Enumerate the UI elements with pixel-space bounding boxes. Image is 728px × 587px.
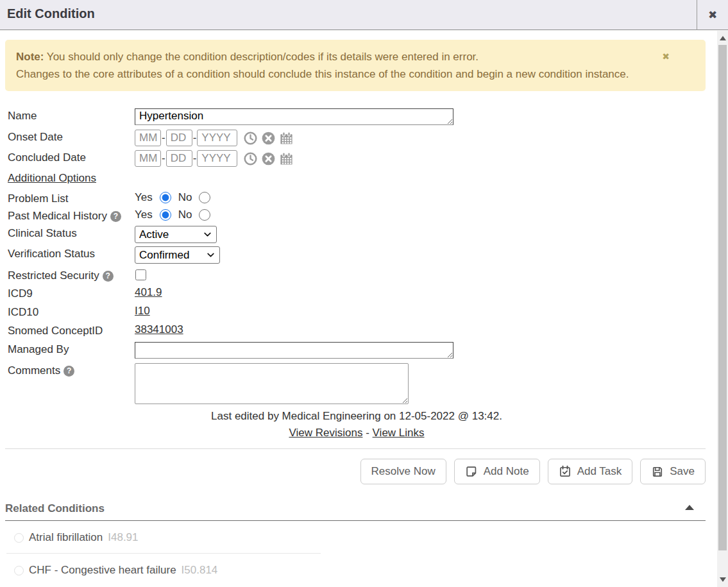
date-separator: - xyxy=(193,132,197,144)
collapse-caret-icon[interactable] xyxy=(685,505,694,510)
footer-divider xyxy=(5,448,706,449)
onset-month-input[interactable] xyxy=(135,130,161,146)
problem-list-label: Problem List xyxy=(8,191,135,205)
vertical-scrollbar[interactable] xyxy=(717,31,728,587)
help-icon[interactable]: ? xyxy=(103,271,114,282)
verification-status-row: Verification Status Confirmed xyxy=(8,246,706,264)
name-input[interactable]: Hypertension xyxy=(135,108,453,125)
concluded-date-label: Concluded Date xyxy=(8,150,135,164)
icd9-label: ICD9 xyxy=(8,286,135,300)
condition-name: CHF - Congestive heart failure xyxy=(29,564,176,577)
related-conditions-title: Related Conditions xyxy=(5,502,105,515)
concluded-year-input[interactable] xyxy=(197,150,237,167)
problem-list-row: Problem List Yes No xyxy=(8,191,706,205)
clinical-status-select[interactable]: Active xyxy=(135,226,217,243)
onset-day-input[interactable] xyxy=(166,130,192,146)
save-button[interactable]: Save xyxy=(640,459,706,484)
scroll-down-icon[interactable] xyxy=(717,574,728,585)
restricted-security-label: Restricted Security xyxy=(8,269,99,282)
past-medical-history-label: Past Medical History xyxy=(8,210,107,223)
help-icon[interactable]: ? xyxy=(110,211,121,222)
concluded-date-row: Concluded Date - - xyxy=(8,150,706,167)
managed-by-input[interactable] xyxy=(135,342,453,359)
save-icon xyxy=(651,465,664,478)
note-label: Note: xyxy=(16,51,44,63)
related-condition-item[interactable]: Atrial fibrillation I48.91 xyxy=(5,521,706,553)
managed-by-label: Managed By xyxy=(8,342,135,356)
icd9-row: ICD9 401.9 xyxy=(8,286,706,300)
verification-status-label: Verification Status xyxy=(8,246,135,260)
clock-icon[interactable] xyxy=(243,151,258,166)
note-dismiss-icon[interactable]: ✖ xyxy=(662,48,670,65)
link-separator: - xyxy=(366,427,369,439)
pmh-yes-radio[interactable] xyxy=(160,209,171,221)
condition-code: I48.91 xyxy=(108,531,138,544)
concluded-month-input[interactable] xyxy=(135,150,161,167)
restricted-security-checkbox[interactable] xyxy=(135,269,146,280)
calendar-check-icon xyxy=(559,465,571,478)
icd10-code-link[interactable]: I10 xyxy=(135,305,150,318)
add-task-label: Add Task xyxy=(577,465,622,478)
note-icon xyxy=(465,465,478,478)
problem-list-yes-label: Yes xyxy=(135,191,153,204)
add-note-button[interactable]: Add Note xyxy=(454,459,540,484)
note-line1: You should only change the condition des… xyxy=(44,51,478,63)
problem-list-no-radio[interactable] xyxy=(199,192,210,203)
pmh-yes-label: Yes xyxy=(135,208,153,221)
snomed-code-link[interactable]: 38341003 xyxy=(135,323,183,336)
last-edited-text: Last edited by Medical Engineering on 12… xyxy=(8,410,706,423)
past-medical-history-row: Past Medical History ? Yes No xyxy=(8,208,706,223)
verification-status-select[interactable]: Confirmed xyxy=(135,246,220,264)
concluded-day-input[interactable] xyxy=(166,150,192,167)
condition-radio-icon[interactable] xyxy=(14,566,24,575)
add-task-button[interactable]: Add Task xyxy=(548,459,633,484)
comments-label: Comments xyxy=(8,364,60,377)
scroll-up-icon[interactable] xyxy=(717,33,728,44)
managed-by-row: Managed By xyxy=(8,342,706,359)
comments-row: Comments ? xyxy=(8,363,706,404)
warning-note: Note: You should only change the conditi… xyxy=(5,40,706,91)
icd10-label: ICD10 xyxy=(8,305,135,319)
action-button-row: Resolve Now Add Note Add Task Save xyxy=(0,459,706,484)
snomed-row: Snomed ConceptID 38341003 xyxy=(8,323,706,337)
calendar-icon[interactable] xyxy=(279,151,294,166)
clock-icon[interactable] xyxy=(243,131,258,146)
scrollbar-thumb[interactable] xyxy=(718,45,727,550)
condition-radio-icon[interactable] xyxy=(14,533,24,543)
note-line2: Changes to the core attributes of a cond… xyxy=(16,68,629,80)
view-links-link[interactable]: View Links xyxy=(373,427,425,439)
restricted-security-row: Restricted Security ? xyxy=(8,268,706,282)
additional-options-row: Additional Options xyxy=(8,172,706,185)
view-revisions-link[interactable]: View Revisions xyxy=(289,427,362,439)
clinical-status-label: Clinical Status xyxy=(8,226,135,240)
additional-options-link[interactable]: Additional Options xyxy=(8,172,96,185)
dialog-header: Edit Condition ✖ xyxy=(0,0,728,30)
icd10-row: ICD10 I10 xyxy=(8,305,706,319)
problem-list-yes-radio[interactable] xyxy=(160,192,171,203)
problem-list-no-label: No xyxy=(178,191,192,204)
pmh-no-radio[interactable] xyxy=(199,209,210,221)
date-separator: - xyxy=(162,132,165,144)
close-button[interactable]: ✖ xyxy=(697,0,728,30)
comments-input[interactable] xyxy=(135,363,409,404)
related-conditions-header[interactable]: Related Conditions xyxy=(5,502,706,520)
related-condition-item[interactable]: CHF - Congestive heart failure I50.814 xyxy=(5,554,706,586)
pmh-no-label: No xyxy=(178,208,192,221)
onset-year-input[interactable] xyxy=(197,130,237,146)
clear-date-icon[interactable] xyxy=(261,151,276,166)
name-row: Name Hypertension xyxy=(8,108,706,125)
clear-date-icon[interactable] xyxy=(261,131,276,146)
clinical-status-row: Clinical Status Active xyxy=(8,226,706,243)
save-label: Save xyxy=(670,465,695,478)
calendar-icon[interactable] xyxy=(279,131,294,146)
onset-date-row: Onset Date - - xyxy=(8,130,706,146)
resolve-now-button[interactable]: Resolve Now xyxy=(360,459,446,484)
name-label: Name xyxy=(8,108,135,123)
condition-form: Name Hypertension Onset Date - - xyxy=(8,108,706,404)
icd9-code-link[interactable]: 401.9 xyxy=(135,286,162,299)
onset-date-label: Onset Date xyxy=(8,130,135,144)
resolve-now-label: Resolve Now xyxy=(371,465,436,478)
condition-name: Atrial fibrillation xyxy=(29,531,103,544)
close-icon: ✖ xyxy=(708,8,717,22)
help-icon[interactable]: ? xyxy=(63,366,74,377)
